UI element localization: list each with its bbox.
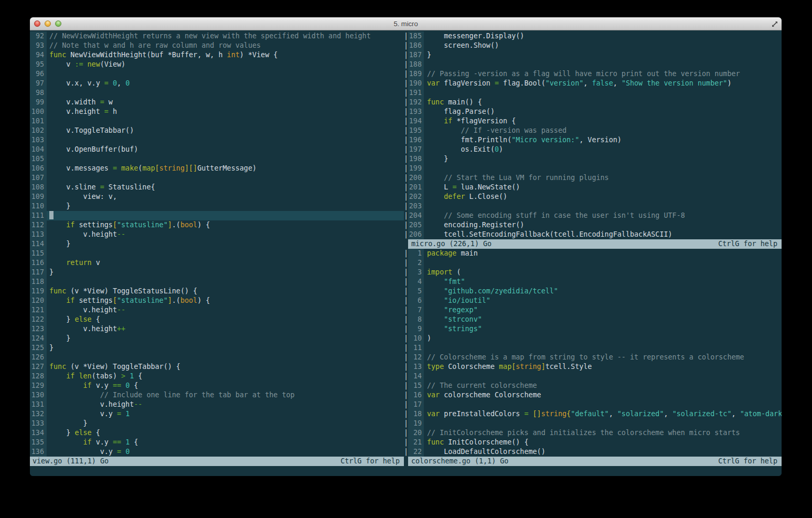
code-text[interactable]: [47, 117, 404, 126]
code-line[interactable]: 126: [30, 353, 404, 362]
code-text[interactable]: [424, 202, 782, 211]
code-line[interactable]: |13type Colorscheme map[string]tcell.Sty…: [404, 362, 782, 372]
code-line[interactable]: |198 }: [404, 154, 782, 164]
code-text[interactable]: }: [47, 334, 404, 343]
code-line[interactable]: 119func (v *View) ToggleStatusLine() {: [30, 287, 404, 296]
code-line[interactable]: |15// The current colorscheme: [404, 381, 782, 390]
code-text[interactable]: package main: [424, 249, 782, 258]
code-line[interactable]: 122 } else {: [30, 315, 404, 324]
code-text[interactable]: "fmt": [424, 277, 782, 287]
code-line[interactable]: 129 if v.y == 0 {: [30, 381, 404, 390]
code-line[interactable]: |21func InitColorscheme() {: [404, 438, 782, 447]
code-line[interactable]: 136 v.y = 0: [30, 447, 404, 457]
code-text[interactable]: } else {: [47, 428, 404, 438]
code-line[interactable]: |191: [404, 88, 782, 98]
code-text[interactable]: // Start the Lua VM for running plugins: [424, 173, 782, 183]
code-line[interactable]: 116 return v: [30, 258, 404, 268]
code-line[interactable]: |187}: [404, 50, 782, 60]
code-text[interactable]: LoadDefaultColorscheme(): [424, 447, 782, 457]
code-text[interactable]: "io/ioutil": [424, 296, 782, 305]
code-line[interactable]: |4 "fmt": [404, 277, 782, 287]
code-text[interactable]: v.messages = make(map[string][]GutterMes…: [47, 164, 404, 173]
code-line[interactable]: 128 if len(tabs) > 1 {: [30, 372, 404, 381]
code-line[interactable]: |201 L = lua.NewState(): [404, 183, 782, 192]
code-text[interactable]: "regexp": [424, 305, 782, 315]
code-text[interactable]: [424, 372, 782, 381]
code-line[interactable]: |19: [404, 419, 782, 428]
code-line[interactable]: |188: [404, 60, 782, 69]
code-line[interactable]: |9 "strings": [404, 324, 782, 334]
code-text[interactable]: "strconv": [424, 315, 782, 324]
code-line[interactable]: 130 // Include one line for the tab bar …: [30, 390, 404, 400]
code-line[interactable]: 98: [30, 88, 404, 98]
code-line[interactable]: 105: [30, 154, 404, 164]
code-line[interactable]: |12// Colorscheme is a map from string t…: [404, 353, 782, 362]
code-text[interactable]: L = lua.NewState(): [424, 183, 782, 192]
code-text[interactable]: screen.Show(): [424, 41, 782, 50]
code-text[interactable]: [424, 419, 782, 428]
code-line[interactable]: 101: [30, 117, 404, 126]
code-line[interactable]: |202 defer L.Close(): [404, 192, 782, 202]
code-line[interactable]: |6 "io/ioutil": [404, 296, 782, 305]
code-text[interactable]: // InitColorscheme picks and initializes…: [424, 428, 782, 438]
code-text[interactable]: if *flagVersion {: [424, 117, 782, 126]
code-line[interactable]: 124 }: [30, 334, 404, 343]
code-line[interactable]: |18var preInstalledColors = []string{"de…: [404, 409, 782, 419]
code-line[interactable]: |10): [404, 334, 782, 343]
code-text[interactable]: if settings["statusline"].(bool) {: [47, 296, 404, 305]
code-text[interactable]: "github.com/zyedidia/tcell": [424, 287, 782, 296]
code-text[interactable]: if len(tabs) > 1 {: [47, 372, 404, 381]
code-line[interactable]: 125}: [30, 343, 404, 353]
code-line[interactable]: |1package main: [404, 249, 782, 258]
code-text[interactable]: v.y = 1: [47, 409, 404, 419]
code-line[interactable]: |190var flagVersion = flag.Bool("version…: [404, 79, 782, 88]
code-text[interactable]: func InitColorscheme() {: [424, 438, 782, 447]
code-text[interactable]: view: v,: [47, 192, 404, 202]
code-line[interactable]: |194 if *flagVersion {: [404, 117, 782, 126]
code-line[interactable]: |14: [404, 372, 782, 381]
code-text[interactable]: var preInstalledColors = []string{"defau…: [424, 409, 782, 419]
code-text[interactable]: if v.y == 0 {: [47, 381, 404, 390]
code-line[interactable]: |11: [404, 343, 782, 353]
code-line[interactable]: 112 if settings["statusline"].(bool) {: [30, 220, 404, 230]
code-line[interactable]: 120 if settings["statusline"].(bool) {: [30, 296, 404, 305]
code-text[interactable]: [47, 353, 404, 362]
code-text[interactable]: v.sline = Statusline{: [47, 183, 404, 192]
code-text[interactable]: [424, 60, 782, 69]
pane-colorscheme-go[interactable]: |1package main|2|3import (|4 "fmt"|5 "gi…: [404, 249, 782, 466]
code-line[interactable]: 106 v.messages = make(map[string][]Gutte…: [30, 164, 404, 173]
code-line[interactable]: 103: [30, 135, 404, 145]
code-line[interactable]: 133 }: [30, 419, 404, 428]
pane-micro-go[interactable]: |185 messenger.Display()|186 screen.Show…: [404, 31, 782, 249]
code-line[interactable]: 109 view: v,: [30, 192, 404, 202]
titlebar[interactable]: 5. micro: [30, 17, 782, 30]
code-line[interactable]: 97 v.x, v.y = 0, 0: [30, 79, 404, 88]
code-line[interactable]: |206 tcell.SetEncodingFallback(tcell.Enc…: [404, 230, 782, 239]
code-line[interactable]: |204 // Some encoding stuff in case the …: [404, 211, 782, 220]
code-text[interactable]: // The current colorscheme: [424, 381, 782, 390]
code-text[interactable]: fmt.Println("Micro version:", Version): [424, 135, 782, 145]
code-line[interactable]: 94func NewViewWidthHeight(buf *Buffer, w…: [30, 50, 404, 60]
code-line[interactable]: 121 v.height--: [30, 305, 404, 315]
code-line[interactable]: |205 encoding.Register(): [404, 220, 782, 230]
code-line[interactable]: |186 screen.Show(): [404, 41, 782, 50]
code-text[interactable]: [47, 135, 404, 145]
code-line[interactable]: |8 "strconv": [404, 315, 782, 324]
code-text[interactable]: }: [424, 50, 782, 60]
code-text[interactable]: func NewViewWidthHeight(buf *Buffer, w, …: [47, 50, 404, 60]
pane-view-go[interactable]: 92// NewViewWidthHeight returns a new vi…: [30, 31, 404, 466]
code-line[interactable]: 113 v.height--: [30, 230, 404, 239]
code-text[interactable]: [47, 69, 404, 79]
code-text[interactable]: // Include one line for the tab bar at t…: [47, 390, 404, 400]
code-text[interactable]: [47, 211, 404, 220]
code-text[interactable]: [47, 88, 404, 98]
code-line[interactable]: 131 v.height--: [30, 400, 404, 409]
code-text[interactable]: // NewViewWidthHeight returns a new view…: [47, 31, 404, 41]
code-text[interactable]: }: [424, 154, 782, 164]
code-line[interactable]: 100 v.height = h: [30, 107, 404, 117]
code-line[interactable]: 127func (v *View) ToggleTabbar() {: [30, 362, 404, 372]
code-text[interactable]: import (: [424, 268, 782, 277]
code-text[interactable]: // Colorscheme is a map from string to s…: [424, 353, 782, 362]
code-text[interactable]: v.height--: [47, 400, 404, 409]
code-text[interactable]: v.OpenBuffer(buf): [47, 145, 404, 154]
